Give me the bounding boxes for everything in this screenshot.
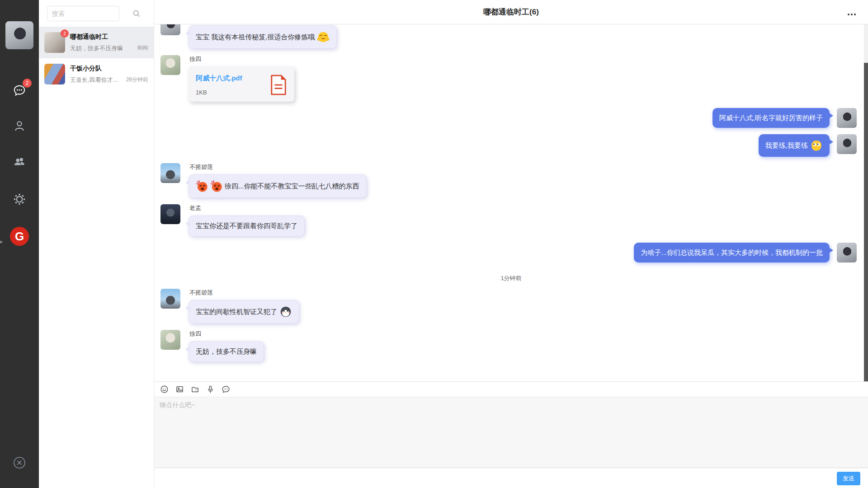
sidebar-item-chats[interactable] — [0, 84, 39, 97]
message-bubble[interactable]: 为啥子...你们总说我呆瓜，其实大多的时候，我都机制的一批 — [634, 243, 830, 263]
message-bubble[interactable]: 宝宝的间歇性机智证又犯了 — [189, 300, 299, 324]
message-content: 不摇碧莲 宝宝的间歇性机智证又犯了 — [189, 289, 299, 324]
message-row: 徐四 无妨，技多不压身嘛 — [154, 330, 868, 362]
chat-item-title: 哪都通临时工 — [70, 33, 148, 41]
collapse-arrow[interactable]: ▸ — [0, 239, 3, 244]
nav-rail: 2 — [0, 0, 39, 488]
message-row: 不摇碧莲 徐四...你能不能不教宝宝一些乱七八糟的东西 — [154, 163, 868, 198]
hug-emoji — [317, 31, 330, 43]
message-avatar[interactable] — [160, 330, 180, 350]
search-input[interactable] — [47, 6, 119, 21]
message-bubble[interactable]: 阿威十八式,听名字就好厉害的样子 — [712, 108, 830, 128]
message-bubble[interactable]: 无妨，技多不压身嘛 — [189, 341, 264, 362]
settings-gear-icon — [12, 192, 27, 206]
message-avatar[interactable] — [160, 55, 180, 75]
composer-toolbar — [154, 382, 868, 397]
chat-item-preview: 无妨，技多不压身嘛 — [70, 44, 135, 52]
shifty-emoji — [810, 139, 823, 152]
message-bubble[interactable]: 徐四...你能不能不教宝宝一些乱七八糟的东西 — [189, 174, 367, 198]
file-card[interactable]: 阿威十八式.pdf 1KB — [189, 66, 294, 102]
message-row: 阿威十八式,听名字就好厉害的样子 — [154, 108, 868, 128]
chat-list-items: 2 哪都通临时工 无妨，技多不压身嘛 刚刚 干饭小分队 王道长,我看你才... … — [39, 27, 154, 90]
time-divider: 1分钟前 — [154, 274, 868, 282]
message-content: 为啥子...你们总说我呆瓜，其实大多的时候，我都机制的一批 — [634, 243, 830, 263]
message-list: 宝宝 我这有本祖传秘笈,很适合你修炼哦 徐四 阿威十八式.pdf 1KB 阿威十… — [154, 25, 868, 362]
sender-name: 不摇碧莲 — [189, 289, 299, 297]
message-text: 徐四...你能不能不教宝宝一些乱七八糟的东西 — [225, 182, 359, 190]
conversation-header: 哪都通临时工(6) — [154, 0, 868, 24]
message-content: 阿威十八式,听名字就好厉害的样子 — [712, 108, 830, 128]
message-content: 我要练,我要练 — [759, 134, 830, 157]
scrollbar-thumb[interactable] — [864, 63, 868, 381]
message-avatar[interactable] — [160, 289, 180, 309]
chat-list-panel: 2 哪都通临时工 无妨，技多不压身嘛 刚刚 干饭小分队 王道长,我看你才... … — [39, 0, 154, 488]
app-window: 2 — [0, 0, 868, 488]
message-input[interactable] — [154, 397, 868, 468]
penguin-emoji — [279, 305, 292, 318]
file-name[interactable]: 阿威十八式.pdf — [196, 74, 242, 83]
contacts-icon — [13, 119, 26, 132]
chat-item-main: 干饭小分队 王道长,我看你才... 26分钟前 — [70, 65, 148, 84]
mic-icon[interactable] — [206, 385, 215, 394]
chat-list-item[interactable]: 2 哪都通临时工 无妨，技多不压身嘛 刚刚 — [39, 27, 154, 58]
scrollbar-track[interactable] — [864, 24, 868, 381]
message-avatar[interactable] — [837, 108, 857, 128]
message-text: 为啥子...你们总说我呆瓜，其实大多的时候，我都机制的一批 — [641, 249, 823, 256]
image-icon[interactable] — [175, 385, 184, 394]
group-icon — [13, 155, 26, 169]
message-area: 宝宝 我这有本祖传秘笈,很适合你修炼哦 徐四 阿威十八式.pdf 1KB 阿威十… — [154, 24, 868, 381]
user-avatar[interactable] — [5, 21, 33, 49]
message-bubble[interactable]: 宝宝你还是不要跟着你四哥乱学了 — [189, 216, 305, 236]
message-content: 宝宝 我这有本祖传秘笈,很适合你修炼哦 — [189, 25, 337, 49]
message-text: 宝宝的间歇性机智证又犯了 — [196, 308, 277, 315]
sidebar-item-contacts[interactable] — [0, 119, 39, 132]
more-menu-button[interactable] — [845, 8, 858, 19]
message-bubble[interactable]: 宝宝 我这有本祖传秘笈,很适合你修炼哦 — [189, 25, 337, 49]
g-logo: G — [10, 227, 29, 246]
chat-avatar — [44, 64, 65, 84]
message-avatar[interactable] — [837, 243, 857, 263]
folder-icon[interactable] — [190, 385, 200, 394]
message-content: 徐四 阿威十八式.pdf 1KB — [189, 55, 294, 102]
chat-item-time: 刚刚 — [137, 44, 148, 52]
message-row: 徐四 阿威十八式.pdf 1KB — [154, 55, 868, 102]
file-info: 阿威十八式.pdf 1KB — [196, 74, 242, 96]
message-avatar[interactable] — [160, 163, 180, 183]
message-row: 老孟 宝宝你还是不要跟着你四哥乱学了 — [154, 204, 868, 236]
chat-item-time: 26分钟前 — [126, 76, 148, 84]
file-size: 1KB — [196, 89, 242, 96]
sidebar-item-g-app[interactable]: G — [0, 227, 39, 246]
message-text: 无妨，技多不压身嘛 — [196, 347, 257, 355]
message-text: 我要练,我要练 — [765, 141, 808, 149]
emoji-icon[interactable] — [160, 385, 169, 394]
sidebar-item-settings[interactable] — [0, 192, 39, 206]
conversation-title: 哪都通临时工(6) — [483, 7, 539, 17]
search-row — [39, 0, 154, 27]
chat-item-title: 干饭小分队 — [70, 65, 148, 73]
message-row: 为啥子...你们总说我呆瓜，其实大多的时候，我都机制的一批 — [154, 243, 868, 263]
sidebar-item-groups[interactable] — [0, 155, 39, 169]
message-row: 我要练,我要练 — [154, 134, 868, 157]
sender-name: 徐四 — [189, 330, 264, 338]
angry-emoji — [196, 180, 208, 192]
chat-avatar: 2 — [44, 32, 65, 53]
search-icon[interactable] — [132, 9, 141, 18]
message-avatar[interactable] — [160, 204, 180, 224]
composer: 发送 — [154, 381, 868, 488]
message-bubble[interactable]: 我要练,我要练 — [759, 134, 830, 157]
ellipsis-icon — [847, 13, 856, 16]
message-avatar[interactable] — [160, 24, 180, 35]
message-avatar[interactable] — [837, 134, 857, 154]
close-circle-icon — [13, 456, 26, 469]
sidebar-item-close[interactable] — [0, 456, 39, 469]
sender-name: 徐四 — [189, 55, 294, 63]
angry-emoji — [210, 180, 223, 192]
message-content: 老孟 宝宝你还是不要跟着你四哥乱学了 — [189, 204, 305, 236]
chat-item-preview: 王道长,我看你才... — [70, 76, 123, 84]
chat-list-item[interactable]: 干饭小分队 王道长,我看你才... 26分钟前 — [39, 58, 154, 90]
message-content: 不摇碧莲 徐四...你能不能不教宝宝一些乱七八糟的东西 — [189, 163, 367, 198]
pdf-file-icon — [270, 75, 287, 95]
send-button[interactable]: 发送 — [837, 472, 860, 485]
unread-badge: 2 — [23, 79, 32, 88]
message-icon[interactable] — [221, 385, 231, 394]
